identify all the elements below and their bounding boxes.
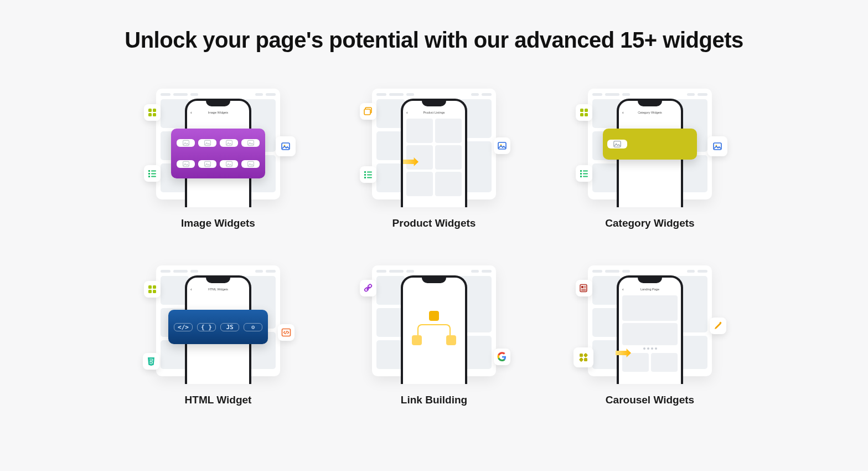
gear-slot: ⚙	[244, 323, 262, 331]
card-image-widgets: ‹Image Widgets Image Widgets	[127, 83, 309, 229]
phone-mock: ‹Landing Page	[617, 275, 683, 384]
phone-title: Category Widgets	[638, 111, 662, 114]
windows-icon	[360, 103, 376, 120]
phone-mock	[401, 275, 467, 384]
braces-slot: { }	[197, 323, 216, 331]
back-chevron-icon: ‹	[190, 287, 192, 292]
news-icon	[576, 280, 592, 296]
phone-title: Product Listings	[423, 111, 445, 114]
list-icon	[576, 165, 592, 182]
list-icon	[360, 166, 376, 183]
phone-mock: ‹Product Listings	[401, 99, 467, 207]
carousel-dots-icon	[622, 347, 678, 350]
picture-icon	[707, 136, 727, 156]
html-tools-feature: </> { } JS ⚙	[168, 310, 268, 344]
card-category-widgets: ‹Category Widgets Category Widgets	[559, 83, 741, 229]
card-title: Category Widgets	[605, 217, 694, 229]
js-slot: JS	[220, 323, 239, 331]
back-chevron-icon: ‹	[190, 110, 192, 115]
code-slot: </>	[174, 323, 193, 331]
phone-title: Image Widgets	[208, 111, 229, 114]
card-product-widgets: ‹Product Listings Product Widgets	[343, 83, 525, 229]
card-title: HTML Widget	[185, 394, 252, 406]
code-icon	[278, 324, 294, 341]
back-chevron-icon: ‹	[406, 110, 408, 115]
phone-title: Landing Page	[640, 288, 659, 291]
picture-icon	[276, 136, 296, 156]
back-chevron-icon: ‹	[622, 287, 624, 292]
image-grid-feature	[171, 129, 265, 178]
link-icon	[360, 280, 376, 296]
page-title: Unlock your page's potential with our ad…	[22, 28, 846, 53]
sitemap-illustration	[414, 311, 454, 373]
grid-icon	[144, 104, 161, 121]
card-title: Link Building	[401, 394, 467, 406]
phone-title: HTML Widgets	[208, 288, 228, 291]
css3-icon	[143, 353, 159, 370]
list-icon	[144, 165, 161, 182]
widgets-grid: ‹Image Widgets Image Widgets	[22, 83, 846, 406]
google-icon	[494, 349, 510, 365]
grid-icon	[576, 104, 592, 121]
pencil-icon	[710, 318, 726, 334]
card-carousel-widgets: ‹Landing Page Carousel Widgets	[559, 260, 741, 406]
card-link-building: Link Building	[343, 260, 525, 406]
picture-icon	[494, 137, 510, 154]
back-chevron-icon: ‹	[622, 110, 624, 115]
category-bar-feature	[603, 129, 697, 160]
card-title: Product Widgets	[392, 217, 476, 229]
grid-icon	[144, 281, 161, 298]
grid-diamond-icon	[574, 347, 593, 367]
card-title: Image Widgets	[181, 217, 255, 229]
card-html-widget: ‹HTML Widgets </> { } JS ⚙ HTML Widget	[127, 260, 309, 406]
card-title: Carousel Widgets	[606, 394, 694, 406]
